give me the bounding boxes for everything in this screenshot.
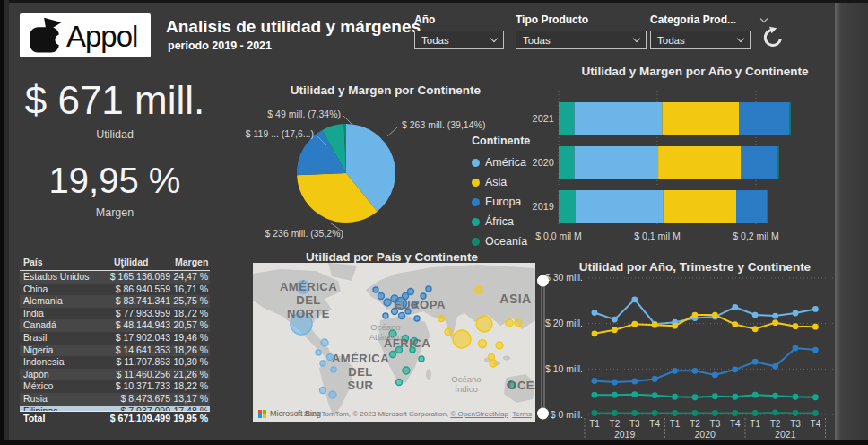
- data-point-Asia[interactable]: [672, 323, 678, 329]
- bar-segment-2021-América[interactable]: [575, 102, 663, 135]
- map-bubble-América[interactable]: [297, 281, 309, 293]
- table-row[interactable]: Estados Unidos$ 165.136.06924,47 %: [20, 271, 210, 284]
- data-point-Asia[interactable]: [692, 312, 699, 318]
- bar-segment-2020-América[interactable]: [575, 146, 659, 179]
- reset-filters-button[interactable]: [760, 25, 786, 50]
- map-bubble-Asia[interactable]: [515, 319, 522, 327]
- bar-segment-2019-América[interactable]: [576, 190, 664, 222]
- line-series-Europa[interactable]: [595, 348, 815, 382]
- data-point-América[interactable]: [592, 310, 598, 316]
- data-point-América[interactable]: [793, 310, 799, 317]
- line-series-América[interactable]: [595, 300, 815, 324]
- table-row[interactable]: Nigeria$ 14.641.35318,26 %: [20, 345, 210, 357]
- bar-segment-2020-Europa[interactable]: [742, 146, 778, 179]
- data-point-Europa[interactable]: [732, 366, 738, 372]
- legend-item-Oceanía[interactable]: Oceanía: [472, 231, 530, 251]
- bar-segment-2019-Oceanía[interactable]: [767, 190, 768, 222]
- map-bubble-África[interactable]: [396, 347, 403, 353]
- map-bubble-África[interactable]: [389, 330, 396, 337]
- data-point-Oceanía[interactable]: [812, 410, 819, 416]
- table-row[interactable]: México$ 10.371.73318,22 %: [20, 380, 210, 393]
- legend-item-Asia[interactable]: Asia: [472, 172, 530, 192]
- legend-item-Europa[interactable]: Europa: [472, 192, 530, 212]
- legend-item-África[interactable]: África: [472, 212, 530, 231]
- map-bubble-Europa[interactable]: [426, 286, 431, 292]
- data-point-América[interactable]: [812, 306, 819, 312]
- data-point-Oceanía[interactable]: [732, 410, 738, 416]
- slider-handle-bottom[interactable]: [537, 408, 549, 420]
- data-point-África[interactable]: [612, 392, 618, 398]
- data-point-Europa[interactable]: [712, 372, 718, 379]
- map-bubble-Europa[interactable]: [392, 309, 398, 315]
- data-point-África[interactable]: [672, 394, 678, 400]
- map-bubble-Asia[interactable]: [476, 316, 492, 332]
- table-row[interactable]: Canadá$ 48.144.94320,57 %: [20, 319, 210, 332]
- table-row[interactable]: Brasil$ 17.902.04319,46 %: [20, 332, 210, 345]
- data-point-Europa[interactable]: [772, 363, 778, 370]
- map-bubble-Asia[interactable]: [506, 319, 513, 327]
- bar-segment-2019-Asia[interactable]: [664, 190, 736, 222]
- data-point-Europa[interactable]: [612, 380, 618, 386]
- map-bubble-Europa[interactable]: [403, 293, 409, 300]
- map-bubble-América[interactable]: [320, 361, 326, 366]
- data-point-Oceanía[interactable]: [592, 410, 598, 416]
- map-bubble-África[interactable]: [396, 380, 403, 386]
- data-point-Asia[interactable]: [612, 327, 618, 333]
- data-point-Asia[interactable]: [752, 326, 759, 332]
- map-bubble-Europa[interactable]: [408, 289, 414, 295]
- map-bubble-Oceanía[interactable]: [508, 381, 515, 388]
- data-point-América[interactable]: [772, 313, 778, 319]
- map-bubble-Asia[interactable]: [479, 340, 487, 348]
- map-bubble-Europa[interactable]: [421, 293, 426, 299]
- country-table[interactable]: País Utilidad ▼ Margen Estados Unidos$ 1…: [20, 256, 210, 424]
- data-point-Europa[interactable]: [692, 368, 699, 374]
- bar-segment-2021-Oceanía[interactable]: [789, 102, 790, 135]
- data-point-África[interactable]: [732, 394, 738, 400]
- data-point-Europa[interactable]: [812, 347, 819, 353]
- table-row[interactable]: India$ 77.983.95918,72 %: [20, 308, 210, 320]
- data-point-Asia[interactable]: [732, 321, 738, 327]
- data-point-Asia[interactable]: [812, 324, 819, 330]
- data-point-Asia[interactable]: [652, 322, 658, 328]
- map-bubble-Europa[interactable]: [383, 313, 388, 318]
- filter-year-dropdown[interactable]: Todas: [414, 31, 504, 49]
- map-bubble-América[interactable]: [316, 350, 321, 355]
- data-point-Asia[interactable]: [631, 321, 638, 327]
- legend-item-América[interactable]: América: [472, 153, 530, 172]
- map-bubble-Asia[interactable]: [438, 316, 445, 322]
- column-header-utilidad[interactable]: Utilidad: [114, 257, 149, 267]
- data-point-África[interactable]: [652, 392, 658, 398]
- chevron-down-icon[interactable]: [760, 14, 768, 22]
- data-point-Oceanía[interactable]: [752, 410, 759, 416]
- map-bubble-América[interactable]: [291, 313, 312, 335]
- filter-product-type-dropdown[interactable]: Todas: [516, 31, 647, 49]
- table-row[interactable]: Alemania$ 83.741.34125,75 %: [20, 295, 210, 308]
- data-point-África[interactable]: [631, 391, 638, 397]
- table-row[interactable]: Indonesia$ 11.707.86310,30 %: [20, 356, 210, 369]
- bar-segment-2021-África[interactable]: [559, 102, 575, 135]
- bar-segment-2019-Europa[interactable]: [736, 190, 767, 222]
- data-point-Europa[interactable]: [752, 359, 759, 365]
- map-bubble-América[interactable]: [327, 354, 334, 361]
- table-row[interactable]: Rusia$ 8.473.67513,17 %: [20, 393, 210, 406]
- data-point-África[interactable]: [812, 394, 819, 400]
- data-point-Oceanía[interactable]: [772, 410, 778, 416]
- table-row[interactable]: China$ 86.940.55916,71 %: [20, 284, 210, 296]
- bar-segment-2020-Asia[interactable]: [658, 146, 741, 179]
- data-point-Europa[interactable]: [631, 379, 638, 385]
- data-point-América[interactable]: [732, 304, 738, 310]
- data-point-África[interactable]: [592, 392, 598, 398]
- data-point-Asia[interactable]: [793, 323, 799, 329]
- map-bubble-África[interactable]: [403, 367, 410, 374]
- line-series-Oceanía[interactable]: [595, 413, 815, 414]
- bar-segment-2020-África[interactable]: [559, 146, 575, 179]
- data-point-Europa[interactable]: [592, 378, 598, 384]
- map-bubble-Asia[interactable]: [445, 328, 452, 336]
- map-bubble-América[interactable]: [329, 391, 336, 398]
- data-point-Oceanía[interactable]: [672, 410, 678, 416]
- terms-link[interactable]: Terms: [512, 410, 532, 418]
- table-row[interactable]: Japón$ 11.460.25621,26 %: [20, 369, 210, 381]
- data-point-África[interactable]: [793, 394, 799, 400]
- map-bubble-Europa[interactable]: [414, 316, 420, 321]
- data-point-América[interactable]: [752, 312, 759, 318]
